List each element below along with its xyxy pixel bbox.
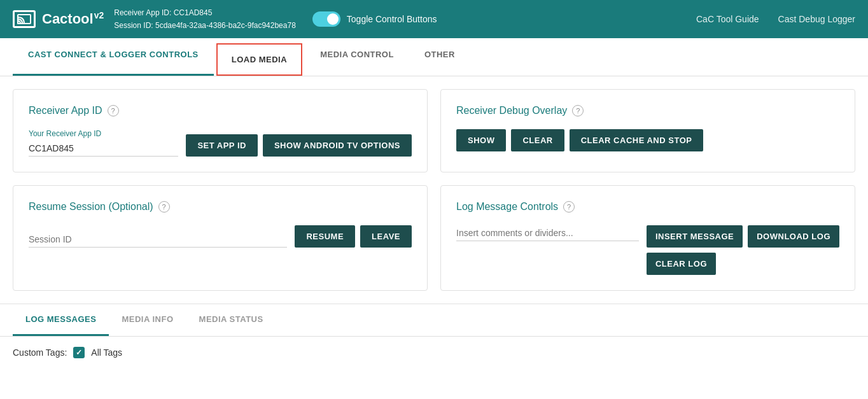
- custom-tags-row: Custom Tags: ✓ All Tags: [0, 337, 868, 368]
- cast-svg-icon: [17, 14, 31, 24]
- log-message-help-icon[interactable]: ?: [563, 201, 575, 213]
- header-nav: CaC Tool Guide Cast Debug Logger: [696, 14, 855, 24]
- cast-debug-logger-link[interactable]: Cast Debug Logger: [778, 14, 855, 24]
- log-bottom-buttons: CLEAR LOG: [647, 253, 839, 275]
- header-session-info: Receiver App ID: CC1AD845 Session ID: 5c…: [114, 6, 296, 32]
- resume-session-buttons: RESUME LEAVE: [295, 225, 412, 248]
- receiver-app-id-input[interactable]: [29, 141, 178, 157]
- log-comment-input[interactable]: [456, 225, 639, 241]
- receiver-app-id-title: Receiver App ID ?: [29, 105, 412, 116]
- cards-grid: Receiver App ID ? Your Receiver App ID S…: [13, 89, 855, 291]
- toggle-control[interactable]: Toggle Control Buttons: [312, 11, 437, 27]
- insert-message-button[interactable]: INSERT MESSAGE: [647, 225, 743, 248]
- receiver-app-id-buttons: SET APP ID SHOW ANDROID TV OPTIONS: [186, 134, 412, 157]
- svg-point-1: [17, 23, 19, 25]
- receiver-app-id-label: Receiver App ID:: [114, 8, 171, 17]
- logo-text: Cactoolv2: [42, 10, 104, 27]
- tab-media-info[interactable]: MEDIA INFO: [109, 304, 186, 336]
- clear-log-button[interactable]: CLEAR LOG: [647, 253, 716, 275]
- resume-session-card: Resume Session (Optional) ? RESUME LEAVE: [13, 185, 428, 291]
- receiver-debug-card: Receiver Debug Overlay ? SHOW CLEAR CLEA…: [440, 89, 855, 172]
- toggle-switch[interactable]: [312, 11, 340, 27]
- main-content: Receiver App ID ? Your Receiver App ID S…: [0, 76, 868, 304]
- main-nav-tabs: CAST CONNECT & LOGGER CONTROLS LOAD MEDI…: [0, 38, 868, 76]
- log-message-card: Log Message Controls ? INSERT MESSAGE DO…: [440, 185, 855, 291]
- receiver-debug-buttons: SHOW CLEAR CLEAR CACHE AND STOP: [456, 129, 839, 151]
- tab-log-messages[interactable]: LOG MESSAGES: [13, 304, 109, 336]
- bottom-section: LOG MESSAGES MEDIA INFO MEDIA STATUS Cus…: [0, 304, 868, 368]
- receiver-app-id-input-group: Your Receiver App ID: [29, 129, 178, 157]
- toggle-label: Toggle Control Buttons: [347, 14, 437, 24]
- resume-session-body: RESUME LEAVE: [29, 225, 412, 248]
- receiver-app-id-input-label: Your Receiver App ID: [29, 129, 178, 138]
- log-buttons-group: INSERT MESSAGE DOWNLOAD LOG CLEAR LOG: [647, 225, 839, 275]
- session-id-label: Session ID:: [114, 21, 153, 30]
- log-message-title: Log Message Controls ?: [456, 201, 839, 213]
- receiver-app-id-card: Receiver App ID ? Your Receiver App ID S…: [13, 89, 428, 172]
- session-id-input-group: [29, 232, 287, 248]
- download-log-button[interactable]: DOWNLOAD LOG: [748, 225, 839, 248]
- checkmark-icon: ✓: [76, 348, 82, 357]
- set-app-id-button[interactable]: SET APP ID: [186, 134, 258, 157]
- debug-show-button[interactable]: SHOW: [456, 129, 506, 151]
- tab-load-media[interactable]: LOAD MEDIA: [216, 43, 302, 76]
- tab-other[interactable]: OTHER: [409, 38, 470, 76]
- custom-tags-label: Custom Tags:: [13, 347, 67, 358]
- session-id-input[interactable]: [29, 232, 287, 248]
- bottom-tabs: LOG MESSAGES MEDIA INFO MEDIA STATUS: [0, 304, 868, 337]
- receiver-app-id-help-icon[interactable]: ?: [108, 105, 119, 116]
- receiver-app-id-value: CC1AD845: [174, 8, 213, 17]
- tab-cast-connect[interactable]: CAST CONNECT & LOGGER CONTROLS: [13, 38, 214, 76]
- resume-button[interactable]: RESUME: [295, 225, 355, 248]
- receiver-debug-title: Receiver Debug Overlay ?: [456, 105, 839, 116]
- app-header: Cactoolv2 Receiver App ID: CC1AD845 Sess…: [0, 0, 868, 38]
- session-id-value: 5cdae4fa-32aa-4386-ba2c-9fac942bea78: [155, 21, 296, 30]
- show-android-tv-button[interactable]: SHOW ANDROID TV OPTIONS: [263, 134, 412, 157]
- leave-button[interactable]: LEAVE: [360, 225, 412, 248]
- debug-clear-cache-button[interactable]: CLEAR CACHE AND STOP: [570, 129, 704, 151]
- log-top-buttons: INSERT MESSAGE DOWNLOAD LOG: [647, 225, 839, 248]
- log-comment-input-group: [456, 225, 639, 241]
- all-tags-checkbox[interactable]: ✓: [73, 347, 85, 358]
- cac-tool-guide-link[interactable]: CaC Tool Guide: [696, 14, 759, 24]
- logo-icon: [13, 10, 36, 28]
- receiver-debug-help-icon[interactable]: ?: [572, 105, 584, 116]
- resume-session-title: Resume Session (Optional) ?: [29, 201, 412, 213]
- receiver-app-id-body: Your Receiver App ID SET APP ID SHOW AND…: [29, 129, 412, 157]
- all-tags-label: All Tags: [91, 347, 122, 358]
- log-message-body: INSERT MESSAGE DOWNLOAD LOG CLEAR LOG: [456, 225, 839, 275]
- resume-session-help-icon[interactable]: ?: [158, 201, 170, 213]
- logo: Cactoolv2: [13, 10, 104, 28]
- tab-media-status[interactable]: MEDIA STATUS: [186, 304, 276, 336]
- tab-media-control[interactable]: MEDIA CONTROL: [305, 38, 409, 76]
- debug-clear-button[interactable]: CLEAR: [511, 129, 564, 151]
